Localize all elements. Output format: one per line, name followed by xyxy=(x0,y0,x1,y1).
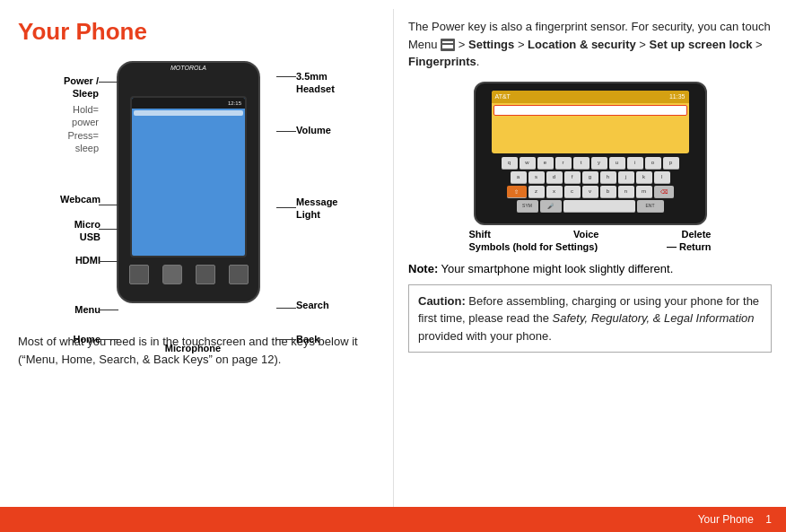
key-del: ⌫ xyxy=(654,186,674,198)
keyboard-phone-wrapper: AT&T 11:35 q w e r t y xyxy=(408,82,772,252)
return-label: — Return xyxy=(667,241,712,252)
search-label: Search xyxy=(296,299,377,311)
key-t: t xyxy=(573,157,590,170)
kbd-row-4: SYM 🎤 ENT xyxy=(493,200,687,213)
key-u: u xyxy=(609,157,625,170)
microphone-label: Microphone xyxy=(157,342,229,354)
phone-nav-bar xyxy=(118,257,258,288)
webcam-line xyxy=(99,205,118,205)
key-m: m xyxy=(636,186,652,198)
right-column: The Power key is also a fingerprint sens… xyxy=(393,9,786,507)
search-line xyxy=(276,308,296,309)
status-text: 12:15 xyxy=(228,100,241,106)
key-c: c xyxy=(564,186,581,198)
page-title: Your Phone xyxy=(18,18,375,46)
menu-label: Menu xyxy=(29,303,100,316)
phone-screen: 12:15 xyxy=(130,96,247,257)
caution-title: Caution: xyxy=(418,294,466,308)
symbols-label: Symbols (hold for Settings) xyxy=(469,241,598,252)
message-light-label: MessageLight xyxy=(296,196,377,222)
volume-line xyxy=(276,131,296,132)
home-label: Home xyxy=(36,333,100,345)
key-return: ENT xyxy=(637,200,664,213)
key-d: d xyxy=(546,171,563,184)
delete-label: Delete xyxy=(681,229,711,240)
menu-btn xyxy=(129,265,149,284)
menu-line xyxy=(99,310,118,310)
delete-label-group: Delete xyxy=(681,229,711,240)
key-n: n xyxy=(618,186,634,198)
caution-box: Caution: Before assembling, charging or … xyxy=(408,284,772,353)
key-g: g xyxy=(582,171,598,184)
motorola-logo: MOTOROLA xyxy=(170,65,206,71)
back-label: Back xyxy=(296,333,359,345)
back-line xyxy=(276,339,296,340)
caution-italic: Safety, Regulatory, & Legal Information xyxy=(553,311,755,325)
microusb-line xyxy=(99,229,118,230)
key-mic: 🎤 xyxy=(540,200,562,213)
home-line xyxy=(99,339,118,340)
shift-label: Shift xyxy=(469,229,491,240)
key-w: w xyxy=(520,157,536,170)
key-p: p xyxy=(663,157,679,170)
micro-usb-label: MicroUSB xyxy=(29,218,100,244)
note-bold: Note: xyxy=(408,262,438,275)
key-k: k xyxy=(636,171,652,184)
phone-diagram: Power /Sleep Hold=powerPress=sleep Webca… xyxy=(27,57,377,326)
key-y: y xyxy=(591,157,607,170)
key-z: z xyxy=(528,186,545,198)
status-bar: 12:15 xyxy=(132,98,245,109)
key-b: b xyxy=(600,186,616,198)
voice-label: Voice xyxy=(573,229,599,240)
hdmi-label: HDMI xyxy=(29,254,100,266)
kbd-bottom-labels: Shift Voice Delete xyxy=(469,229,712,240)
kbd-bottom-labels-2: Symbols (hold for Settings) — Return xyxy=(469,241,712,252)
home-btn xyxy=(162,265,182,284)
footer-label: Your Phone 1 xyxy=(698,513,772,526)
time-text: 11:35 xyxy=(669,93,686,100)
key-s: s xyxy=(528,171,545,184)
shift-label-group: Shift xyxy=(469,229,491,240)
headset-label: 3.5mmHeadset xyxy=(296,70,377,96)
key-r: r xyxy=(555,157,572,170)
note-content: Your smartphone might look slightly diff… xyxy=(441,262,674,275)
back-btn xyxy=(196,265,215,284)
intro-text: The Power key is also a fingerprint sens… xyxy=(408,18,772,71)
key-i: i xyxy=(627,157,643,170)
key-j: j xyxy=(618,171,634,184)
hdmi-line xyxy=(99,261,118,262)
key-sym: SYM xyxy=(517,200,538,213)
power-sleep-desc: Hold=powerPress=sleep xyxy=(27,103,99,154)
key-shift: ⇧ xyxy=(507,186,527,198)
key-x: x xyxy=(546,186,563,198)
keyboard-phone: AT&T 11:35 q w e r t y xyxy=(474,82,707,225)
text-field xyxy=(493,105,687,116)
kbd-row-1: q w e r t y u i o p xyxy=(493,157,687,170)
key-e: e xyxy=(537,157,554,170)
kbd-row-2: a s d f g h j k l xyxy=(493,171,687,184)
webcam-label: Webcam xyxy=(29,193,100,205)
page-footer: Your Phone 1 xyxy=(0,507,786,532)
left-column: Your Phone Power /Sleep Hold=powerPress=… xyxy=(0,9,393,507)
kbd-status-bar: AT&T 11:35 xyxy=(492,91,689,103)
key-q: q xyxy=(502,157,518,170)
keyboard-keys: q w e r t y u i o p a xyxy=(492,157,689,213)
msglight-line xyxy=(276,207,296,208)
key-h: h xyxy=(600,171,616,184)
kbd-row-3: ⇧ z x c v b n m ⌫ xyxy=(493,186,687,198)
menu-icon xyxy=(441,39,455,51)
carrier-text: AT&T xyxy=(495,93,511,100)
key-v: v xyxy=(582,186,598,198)
volume-label: Volume xyxy=(296,124,377,136)
phone-image: MOTOROLA 12:15 xyxy=(117,61,260,303)
key-l: l xyxy=(654,171,670,184)
key-a: a xyxy=(511,171,527,184)
power-line xyxy=(99,82,118,83)
voice-label-group: Voice xyxy=(573,229,599,240)
key-f: f xyxy=(564,171,581,184)
key-space xyxy=(563,200,635,213)
search-btn xyxy=(229,265,249,284)
key-o: o xyxy=(645,157,661,170)
headset-line xyxy=(276,76,296,77)
note-text: Note: Your smartphone might look slightl… xyxy=(408,261,772,277)
